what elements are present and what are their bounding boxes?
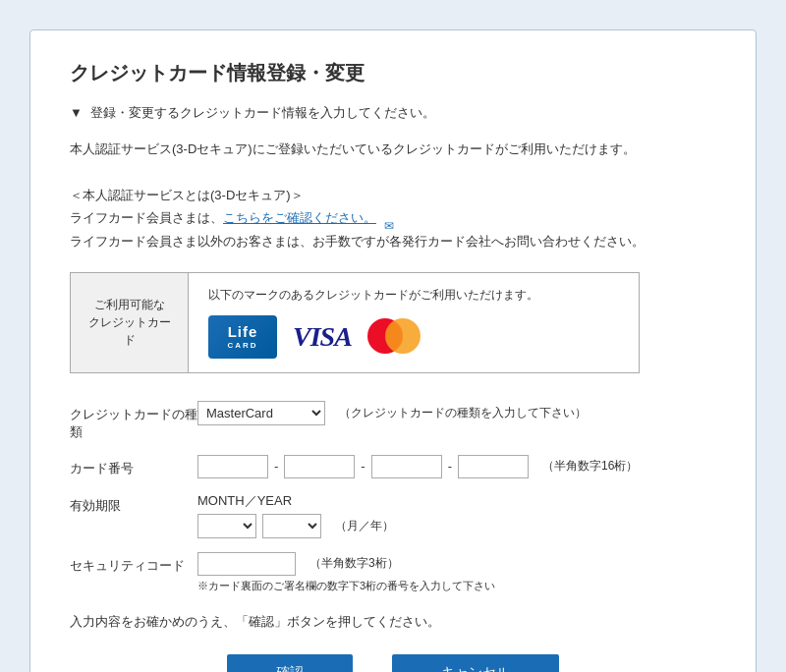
card-number-input-4[interactable] xyxy=(458,455,529,478)
card-type-controls: MasterCard VISA LifeCard （クレジットカードの種類を入力… xyxy=(197,401,587,425)
card-number-label: カード番号 xyxy=(70,455,197,477)
mail-icon xyxy=(384,214,398,224)
security-inline: （半角数字3桁） xyxy=(197,552,495,576)
security-hint: （半角数字3桁） xyxy=(309,555,399,572)
security-row: セキュリティコード （半角数字3桁） ※カード裏面のご署名欄の数字下3桁の番号を… xyxy=(70,552,716,593)
security-label: セキュリティコード xyxy=(70,552,197,575)
expiry-note: （月／年） xyxy=(335,518,394,534)
cancel-button[interactable]: キャンセル xyxy=(392,654,559,672)
info-heading: ＜本人認証サービスとは(3-Dセキュア)＞ xyxy=(70,184,716,206)
life-card-logo: Life CARD xyxy=(208,315,277,359)
card-table-label-text: ご利用可能なクレジットカード xyxy=(83,296,176,349)
card-number-controls: - - - （半角数字16桁） xyxy=(197,455,638,478)
info-line2: ライフカード会員さまは、こちらをご確認ください。 xyxy=(70,206,716,229)
security-note: ※カード裏面のご署名欄の数字下3桁の番号を入力して下さい xyxy=(197,579,495,593)
card-type-select[interactable]: MasterCard VISA LifeCard xyxy=(197,401,325,425)
expiry-sub-label: MONTH／YEAR xyxy=(197,492,394,510)
card-number-inline: - - - （半角数字16桁） xyxy=(197,455,638,478)
card-type-hint: （クレジットカードの種類を入力して下さい） xyxy=(339,405,587,421)
confirm-button[interactable]: 確認 xyxy=(227,654,353,672)
expiry-month-select[interactable]: 1 2 3 4 5 6 7 8 9 10 11 12 xyxy=(197,514,256,538)
card-type-row: クレジットカードの種類 MasterCard VISA LifeCard （クレ… xyxy=(70,401,716,441)
separator-3: - xyxy=(448,459,452,474)
separator-1: - xyxy=(274,459,278,474)
info-block: 本人認証サービス(3-Dセキュア)にご登録いただいているクレジットカードがご利用… xyxy=(70,138,716,252)
form-section: クレジットカードの種類 MasterCard VISA LifeCard （クレ… xyxy=(70,401,716,593)
card-table-right: 以下のマークのあるクレジットカードがご利用いただけます。 Life CARD V… xyxy=(189,273,558,372)
expiry-label: 有効期限 xyxy=(70,492,197,515)
card-table: ご利用可能なクレジットカード 以下のマークのあるクレジットカードがご利用いただけ… xyxy=(70,272,640,373)
card-number-input-1[interactable] xyxy=(197,455,268,478)
life-card-sub: CARD xyxy=(227,341,257,351)
separator-2: - xyxy=(361,459,365,474)
expiry-row: 有効期限 MONTH／YEAR 1 2 3 4 5 6 7 xyxy=(70,492,716,538)
card-table-notice: 以下のマークのあるクレジットカードがご利用いただけます。 xyxy=(208,287,538,304)
security-controls: （半角数字3桁） ※カード裏面のご署名欄の数字下3桁の番号を入力して下さい xyxy=(197,552,495,593)
mc-circle-right xyxy=(385,318,421,354)
info-line2-prefix: ライフカード会員さまは、 xyxy=(70,210,223,225)
description-text: 登録・変更するクレジットカード情報を入力してください。 xyxy=(90,105,435,120)
card-type-inline: MasterCard VISA LifeCard （クレジットカードの種類を入力… xyxy=(197,401,587,425)
section-description: ▼ 登録・変更するクレジットカード情報を入力してください。 xyxy=(70,104,716,122)
expiry-controls: MONTH／YEAR 1 2 3 4 5 6 7 8 9 xyxy=(197,492,394,538)
confirm-note: 入力内容をお確かめのうえ、「確認」ボタンを押してください。 xyxy=(70,613,716,631)
card-logos: Life CARD VISA xyxy=(208,315,538,359)
mastercard-logo xyxy=(367,318,421,356)
card-number-row: カード番号 - - - （半角数字16桁） xyxy=(70,455,716,478)
card-type-label: クレジットカードの種類 xyxy=(70,401,197,441)
card-number-hint: （半角数字16桁） xyxy=(542,458,638,475)
security-input[interactable] xyxy=(197,552,296,576)
info-line1: 本人認証サービス(3-Dセキュア)にご登録いただいているクレジットカードがご利用… xyxy=(70,138,716,160)
page-title: クレジットカード情報登録・変更 xyxy=(70,60,716,86)
expiry-year-select[interactable]: 2024 2025 2026 2027 2028 2029 2030 xyxy=(262,514,321,538)
visa-logo: VISA xyxy=(293,321,352,353)
expiry-inline: 1 2 3 4 5 6 7 8 9 10 11 12 xyxy=(197,514,394,538)
life-card-text: Life xyxy=(228,323,258,341)
main-container: クレジットカード情報登録・変更 ▼ 登録・変更するクレジットカード情報を入力して… xyxy=(29,29,757,672)
card-number-input-2[interactable] xyxy=(284,455,355,478)
info-line3: ライフカード会員さま以外のお客さまは、お手数ですが各発行カード会社へお問い合わせ… xyxy=(70,230,716,252)
triangle-icon: ▼ xyxy=(70,105,83,120)
card-number-input-3[interactable] xyxy=(371,455,442,478)
info-link[interactable]: こちらをご確認ください。 xyxy=(223,210,376,225)
button-row: 確認 キャンセル xyxy=(70,654,716,672)
card-table-label: ご利用可能なクレジットカード xyxy=(71,273,189,372)
